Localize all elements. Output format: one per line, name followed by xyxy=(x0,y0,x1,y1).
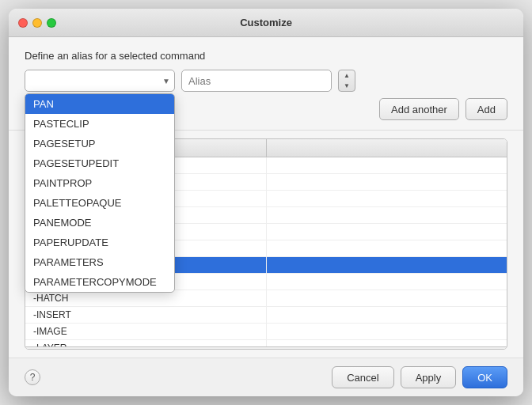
dropdown-item-pagesetupedit[interactable]: PAGESETUPEDIT xyxy=(25,153,174,173)
close-button[interactable] xyxy=(18,18,28,28)
table-footer: + − ⌕ xyxy=(25,346,507,350)
stepper-down-button[interactable]: ▼ xyxy=(339,81,355,91)
titlebar-buttons xyxy=(18,18,56,28)
dropdown-item-paintprop[interactable]: PAINTPROP xyxy=(25,173,174,193)
header-alias xyxy=(267,139,507,157)
ok-button[interactable]: OK xyxy=(462,366,507,388)
table-row[interactable]: -LAYER xyxy=(25,340,507,346)
cell-alias xyxy=(267,224,507,240)
alias-stepper[interactable]: ▲ ▼ xyxy=(338,70,355,92)
add-another-button[interactable]: Add another xyxy=(379,98,459,120)
dropdown-item-pan[interactable]: PAN xyxy=(25,94,174,114)
cell-command: -LAYER xyxy=(25,340,267,346)
dropdown-item-paletteopaque[interactable]: PALETTEOPAQUE xyxy=(25,193,174,213)
cancel-button[interactable]: Cancel xyxy=(332,366,393,388)
bottom-bar: ? Cancel Apply OK xyxy=(9,358,523,396)
cell-alias xyxy=(267,307,507,323)
window-body: Define an alias for a selected command P… xyxy=(9,37,523,396)
apply-button[interactable]: Apply xyxy=(401,366,457,388)
dropdown-item-pasteclip[interactable]: PASTECLIP xyxy=(25,114,174,134)
dropdown-item-pagesetup[interactable]: PAGESETUP xyxy=(25,134,174,153)
panel-label: Define an alias for a selected command xyxy=(25,50,507,62)
dropdown-item-panemode[interactable]: PANEMODE xyxy=(25,213,174,233)
dropdown-popup: PAN PASTECLIP PAGESETUP PAGESETUPEDIT PA… xyxy=(25,93,175,293)
dropdown-item-paperupdate[interactable]: PAPERUPDATE xyxy=(25,233,174,252)
table-row[interactable]: -HATCH xyxy=(25,290,507,307)
add-button[interactable]: Add xyxy=(466,98,507,120)
main-window: Customize Define an alias for a selected… xyxy=(9,9,523,396)
dropdown-item-parameters[interactable]: PARAMETERS xyxy=(25,252,174,272)
help-button[interactable]: ? xyxy=(25,369,40,385)
stepper-up-button[interactable]: ▲ xyxy=(339,70,355,81)
cell-command: -INSERT xyxy=(25,307,267,323)
dropdown-item-parametercopymode[interactable]: PARAMETERCOPYMODE xyxy=(25,272,174,292)
cell-alias xyxy=(267,174,507,190)
table-row[interactable]: -IMAGE xyxy=(25,324,507,340)
cell-alias xyxy=(267,191,507,206)
cell-alias xyxy=(267,324,507,339)
cell-command: -IMAGE xyxy=(25,324,267,339)
minimize-button[interactable] xyxy=(32,18,42,28)
cell-alias xyxy=(267,157,507,173)
cell-alias xyxy=(267,274,507,290)
cell-alias xyxy=(267,240,507,256)
window-title: Customize xyxy=(240,17,292,28)
cell-alias xyxy=(267,207,507,223)
command-dropdown-input[interactable]: PAN xyxy=(25,70,175,92)
maximize-button[interactable] xyxy=(47,18,56,28)
cell-alias xyxy=(267,290,507,306)
cell-alias xyxy=(267,257,507,273)
titlebar: Customize xyxy=(9,9,523,37)
top-panel: Define an alias for a selected command P… xyxy=(9,37,523,131)
cell-command: -HATCH xyxy=(25,290,267,306)
alias-input[interactable] xyxy=(181,70,332,92)
command-dropdown-container: PAN ▼ PAN PASTECLIP PAGESETUP PAGESETUPE… xyxy=(25,70,175,92)
cell-alias xyxy=(267,340,507,346)
command-row: PAN ▼ PAN PASTECLIP PAGESETUP PAGESETUPE… xyxy=(25,70,507,92)
table-row[interactable]: -INSERT xyxy=(25,307,507,324)
